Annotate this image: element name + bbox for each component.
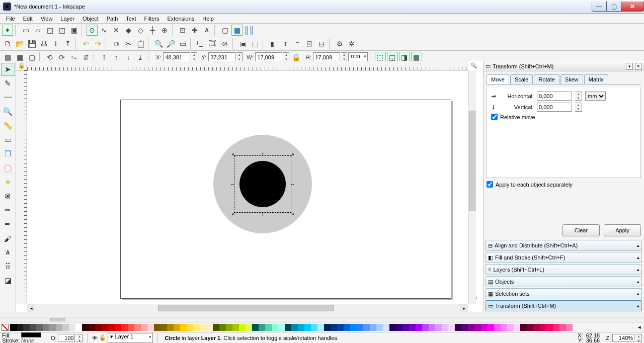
color-swatch[interactable] <box>115 324 121 331</box>
text-tool-icon[interactable]: A <box>1 246 15 259</box>
close-button[interactable]: ✕ <box>621 2 644 12</box>
clear-button[interactable]: Clear <box>562 224 600 236</box>
color-swatch[interactable] <box>180 324 187 331</box>
color-swatch[interactable] <box>494 324 501 331</box>
apply-button[interactable]: Apply <box>604 224 641 236</box>
color-swatch[interactable] <box>501 324 507 331</box>
node-tool-icon[interactable]: ✎ <box>1 77 15 90</box>
color-swatch[interactable] <box>272 324 278 331</box>
color-swatch[interactable] <box>304 324 311 331</box>
layer-visibility-icon[interactable]: 👁 <box>92 335 98 341</box>
dock-transform[interactable]: ▭Transform (Shift+Ctrl+M)▴ <box>486 300 642 311</box>
horizontal-input[interactable] <box>537 92 572 101</box>
color-swatch[interactable] <box>219 324 226 331</box>
y-spinner[interactable]: ▲▼ <box>236 52 243 62</box>
layer-lock-icon[interactable]: 🔓 <box>99 334 106 341</box>
selector-tool-icon[interactable]: ➤ <box>1 63 15 76</box>
color-swatch[interactable] <box>259 324 265 331</box>
minimize-button[interactable]: — <box>592 2 607 12</box>
color-swatch[interactable] <box>246 324 252 331</box>
color-swatch[interactable] <box>514 324 520 331</box>
color-swatch[interactable] <box>396 324 403 331</box>
zoom-drawing-icon[interactable]: 🔎 <box>165 38 176 49</box>
snap-grid-icon[interactable]: ▦ <box>231 25 243 36</box>
color-swatch[interactable] <box>89 324 95 331</box>
color-swatch[interactable] <box>566 324 573 331</box>
snap-object-center-icon[interactable]: ⊡ <box>177 25 188 36</box>
color-swatch[interactable] <box>30 324 36 331</box>
text-icon[interactable]: T <box>280 38 291 49</box>
color-swatch[interactable] <box>285 324 291 331</box>
snap-intersection-icon[interactable]: ✕ <box>111 25 122 36</box>
align-dialog-icon[interactable]: ⊟ <box>316 38 327 49</box>
dock-layers[interactable]: ≡Layers (Shift+Ctrl+L)▴ <box>486 264 642 275</box>
color-swatch[interactable] <box>36 324 43 331</box>
zoom-input[interactable] <box>612 334 634 342</box>
color-swatch[interactable] <box>553 324 559 331</box>
color-swatch[interactable] <box>213 324 219 331</box>
color-swatch[interactable] <box>128 324 134 331</box>
color-swatch[interactable] <box>344 324 350 331</box>
color-swatch[interactable] <box>10 324 17 331</box>
color-swatch[interactable] <box>331 324 337 331</box>
zoom-page-icon[interactable]: ▭ <box>177 38 188 49</box>
color-swatch[interactable] <box>324 324 331 331</box>
color-swatch[interactable] <box>520 324 527 331</box>
snap-midpoint-icon[interactable]: ◫ <box>56 25 67 36</box>
color-swatch[interactable] <box>154 324 160 331</box>
menu-file[interactable]: File <box>2 15 19 23</box>
layer-select[interactable]: ▾ Layer 1 <box>108 333 153 343</box>
import-icon[interactable]: ⤓ <box>50 38 61 49</box>
redo-icon[interactable]: ↷ <box>93 38 104 49</box>
resize-handle-s[interactable]: ↕ <box>260 211 266 217</box>
resize-handle-sw[interactable]: ↙ <box>230 210 236 216</box>
color-swatch[interactable] <box>56 324 62 331</box>
color-swatch[interactable] <box>167 324 174 331</box>
color-swatch[interactable] <box>357 324 363 331</box>
ruler-vertical[interactable] <box>16 70 27 304</box>
measure-tool-icon[interactable]: 📏 <box>1 119 15 132</box>
color-swatch[interactable] <box>337 324 344 331</box>
copy-icon[interactable]: ⧉ <box>111 38 122 49</box>
scroll-right-icon[interactable]: ▸ <box>460 304 468 312</box>
tab-skew[interactable]: Skew <box>560 74 583 84</box>
document-properties-icon[interactable]: ✲ <box>346 38 357 49</box>
color-swatch[interactable] <box>435 324 442 331</box>
color-swatch[interactable] <box>461 324 468 331</box>
menu-layer[interactable]: Layer <box>56 15 78 23</box>
snap-corner-icon[interactable]: ◱ <box>44 25 55 36</box>
menu-filters[interactable]: Filters <box>140 15 164 23</box>
resize-handle-ne[interactable]: ↗ <box>289 152 295 158</box>
color-swatch[interactable] <box>141 324 147 331</box>
zoom-selection-icon[interactable]: 🔍 <box>153 38 164 49</box>
duplicate-icon[interactable]: ⿻ <box>195 38 206 49</box>
horizontal-spinner[interactable]: ▲▼ <box>575 92 582 101</box>
tweak-tool-icon[interactable]: 〰 <box>1 91 15 104</box>
zoom-tool-icon[interactable]: 🔍 <box>1 105 15 118</box>
color-swatch[interactable] <box>200 324 206 331</box>
color-swatch[interactable] <box>23 324 30 331</box>
color-swatch[interactable] <box>69 324 75 331</box>
snap-rotation-center-icon[interactable]: ✚ <box>189 25 200 36</box>
snap-enable-icon[interactable]: ✦ <box>2 25 13 36</box>
menu-object[interactable]: Object <box>78 15 103 23</box>
paste-icon[interactable]: 📋 <box>135 38 146 49</box>
canvas[interactable]: ↖ ↕ ↗ ↔ ↘ ↕ ↙ ↔ <box>27 70 468 304</box>
zoom-in-icon[interactable]: 🔍 <box>470 61 478 69</box>
save-icon[interactable]: 💾 <box>26 38 37 49</box>
color-swatch[interactable] <box>102 324 108 331</box>
horizontal-scrollbar[interactable]: ◂ ▸ <box>27 304 468 312</box>
panel-close-icon[interactable]: ✕ <box>635 63 642 70</box>
color-swatch[interactable] <box>409 324 416 331</box>
relative-move-checkbox[interactable]: Relative move <box>491 114 636 120</box>
color-swatch[interactable] <box>422 324 429 331</box>
color-swatch[interactable] <box>468 324 474 331</box>
snap-page-border-icon[interactable]: ▢ <box>219 25 230 36</box>
color-swatch[interactable] <box>43 324 49 331</box>
color-swatch[interactable] <box>488 324 494 331</box>
y-input[interactable] <box>208 52 235 62</box>
snap-bbox-icon[interactable]: ▭ <box>20 25 31 36</box>
color-swatch[interactable] <box>350 324 357 331</box>
tab-move[interactable]: Move <box>487 74 509 84</box>
color-swatch[interactable] <box>481 324 488 331</box>
